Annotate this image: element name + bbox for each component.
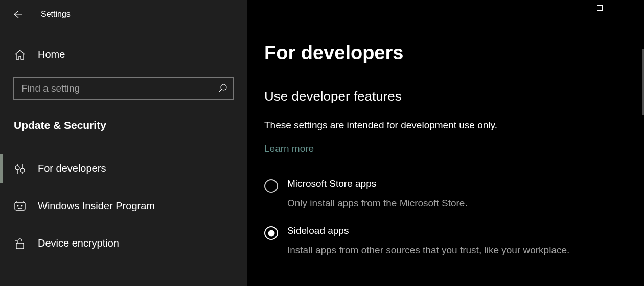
svg-rect-5 [16, 243, 24, 249]
radio-description: Install apps from other sources that you… [287, 243, 569, 258]
radio-texts: Microsoft Store apps Only install apps f… [287, 178, 468, 211]
svg-point-1 [221, 84, 226, 90]
sidebar-section-title: Update & Security [0, 119, 247, 131]
sidebar-item-label: Device encryption [38, 237, 119, 249]
maximize-button[interactable] [585, 0, 614, 15]
section-description: These settings are intended for developm… [264, 120, 644, 131]
sidebar-item-label: For developers [38, 163, 106, 174]
radio-description: Only install apps from the Microsoft Sto… [287, 195, 468, 211]
radio-texts: Sideload apps Install apps from other so… [287, 225, 569, 258]
section-subheading: Use developer features [264, 89, 644, 104]
learn-more-link[interactable]: Learn more [264, 143, 314, 155]
radio-button[interactable] [264, 179, 278, 193]
insider-icon [14, 201, 26, 212]
search-icon [218, 84, 227, 93]
radio-option-sideload-apps[interactable]: Sideload apps Install apps from other so… [264, 221, 644, 268]
sidebar-nav-list: For developers Windows Insider Program [0, 150, 247, 262]
minimize-button[interactable] [555, 0, 585, 15]
search-input[interactable] [21, 83, 218, 94]
svg-point-4 [21, 205, 23, 206]
sidebar-item-windows-insider[interactable]: Windows Insider Program [0, 187, 247, 225]
radio-label: Sideload apps [287, 225, 569, 236]
svg-rect-0 [597, 5, 602, 10]
developer-icon [14, 163, 26, 174]
settings-window: Settings Home Update & Securit [0, 0, 644, 286]
home-icon [14, 49, 26, 60]
encryption-icon [14, 238, 26, 249]
content-pane: For developers Use developer features Th… [247, 0, 644, 286]
svg-point-3 [17, 205, 19, 206]
sidebar-top: Settings [0, 0, 247, 28]
app-title: Settings [41, 10, 71, 19]
sidebar: Settings Home Update & Securit [0, 0, 247, 286]
home-label: Home [38, 49, 65, 60]
back-button[interactable] [12, 9, 22, 19]
sidebar-item-device-encryption[interactable]: Device encryption [0, 225, 247, 262]
page-title: For developers [264, 42, 644, 64]
radio-button[interactable] [264, 226, 278, 240]
developer-mode-radio-group: Microsoft Store apps Only install apps f… [264, 174, 644, 269]
sidebar-home[interactable]: Home [0, 49, 247, 60]
radio-option-store-apps[interactable]: Microsoft Store apps Only install apps f… [264, 174, 644, 221]
sidebar-item-for-developers[interactable]: For developers [0, 150, 247, 187]
window-caption-bar [555, 0, 644, 16]
radio-label: Microsoft Store apps [287, 178, 468, 189]
search-container [13, 77, 234, 100]
sidebar-item-label: Windows Insider Program [38, 200, 155, 212]
close-button[interactable] [614, 0, 644, 15]
search-box[interactable] [13, 77, 234, 100]
